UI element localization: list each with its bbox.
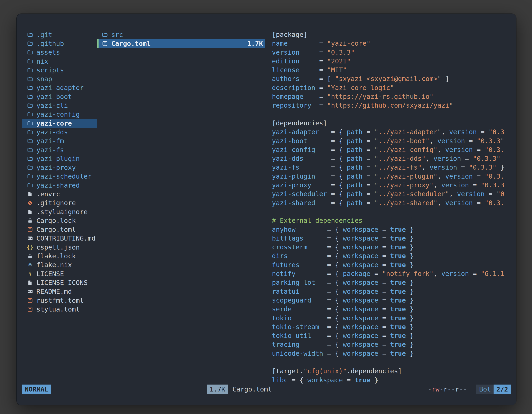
folder-icon bbox=[27, 182, 34, 189]
folder-item-yazi-cli[interactable]: yazi-cli bbox=[22, 101, 97, 110]
file-item-rustfmt.toml[interactable]: rustfmt.toml bbox=[22, 296, 97, 305]
preview-line: parking_lot = { workspace = true } bbox=[272, 278, 515, 287]
toml-icon bbox=[27, 297, 34, 304]
folder-icon bbox=[27, 93, 34, 100]
file-item-stylua.toml[interactable]: stylua.toml bbox=[22, 305, 97, 314]
file-item-Cargo.toml[interactable]: Cargo.toml1.7K bbox=[97, 39, 265, 48]
file-icon bbox=[27, 208, 34, 215]
file-item-LICENSE-ICONS[interactable]: LICENSE-ICONS bbox=[22, 278, 97, 287]
file-item-README.md[interactable]: README.md bbox=[22, 287, 97, 296]
preview-line: dirs = { workspace = true } bbox=[272, 251, 515, 260]
folder-item-yazi-config[interactable]: yazi-config bbox=[22, 110, 97, 119]
yazi-terminal-window: .git.githubassetsnixscriptssnapyazi-adap… bbox=[16, 13, 516, 405]
folder-icon bbox=[27, 102, 34, 109]
folder-item-yazi-fs[interactable]: yazi-fs bbox=[22, 145, 97, 154]
folder-item-yazi-adapter[interactable]: yazi-adapter bbox=[22, 83, 97, 92]
folder-item-yazi-core[interactable]: yazi-core bbox=[22, 119, 97, 128]
entry-name: yazi-config bbox=[36, 110, 80, 118]
folder-item-yazi-scheduler[interactable]: yazi-scheduler bbox=[22, 172, 97, 181]
nix-icon: ❄ bbox=[27, 261, 34, 268]
entry-name: .envrc bbox=[36, 190, 60, 198]
entry-name: README.md bbox=[36, 288, 72, 295]
git-folder-icon bbox=[27, 31, 34, 38]
preview-line: yazi-boot = { path = "../yazi-boot", ver… bbox=[272, 137, 515, 145]
entry-name: snap bbox=[36, 75, 52, 83]
entry-name: yazi-cli bbox=[36, 102, 68, 109]
preview-line: libc = { workspace = true } bbox=[272, 376, 515, 385]
entry-size: 1.7K bbox=[247, 40, 263, 48]
folder-item-.git[interactable]: .git bbox=[22, 30, 97, 39]
file-item-.gitignore[interactable]: .gitignore bbox=[22, 199, 97, 207]
preview-line: yazi-config = { path = "../yazi-config",… bbox=[272, 145, 515, 154]
folder-item-assets[interactable]: assets bbox=[22, 48, 97, 57]
folder-item-snap[interactable]: snap bbox=[22, 75, 97, 83]
status-bar: NORMAL 1.7K Cargo.toml -rw-r--r-- Bot 2/… bbox=[22, 385, 511, 394]
entry-name: cspell.json bbox=[36, 243, 80, 251]
file-permissions: -rw-r--r-- bbox=[428, 385, 467, 394]
lock-icon bbox=[27, 217, 34, 224]
file-item-LICENSE[interactable]: LICENSE bbox=[22, 270, 97, 278]
file-item-.envrc[interactable]: .envrc bbox=[22, 190, 97, 198]
preview-line: authors = [ "sxyazi <sxyazi@gmail.com>" … bbox=[272, 75, 515, 83]
preview-line: ratatui = { workspace = true } bbox=[272, 287, 515, 296]
preview-line: yazi-proxy = { path = "../yazi-proxy", v… bbox=[272, 181, 515, 190]
markdown-icon bbox=[27, 235, 34, 242]
entry-name: .github bbox=[36, 40, 64, 48]
folder-item-yazi-dds[interactable]: yazi-dds bbox=[22, 128, 97, 136]
folder-item-scripts[interactable]: scripts bbox=[22, 66, 97, 75]
file-item-flake.nix[interactable]: ❄flake.nix bbox=[22, 260, 97, 270]
entry-name: src bbox=[111, 31, 123, 39]
file-item-Cargo.toml[interactable]: Cargo.toml bbox=[22, 225, 97, 234]
folder-icon bbox=[27, 137, 34, 144]
entry-name: rustfmt.toml bbox=[36, 297, 84, 304]
folder-item-yazi-boot[interactable]: yazi-boot bbox=[22, 92, 97, 101]
preview-line: yazi-dds = { path = "../yazi-dds", versi… bbox=[272, 154, 515, 163]
file-item-Cargo.lock[interactable]: Cargo.lock bbox=[22, 216, 97, 225]
folder-item-yazi-proxy[interactable]: yazi-proxy bbox=[22, 163, 97, 172]
file-size-badge: 1.7K bbox=[207, 385, 228, 394]
entry-name: .styluaignore bbox=[36, 208, 87, 216]
folder-icon bbox=[27, 120, 34, 127]
preview-line: tokio-util = { workspace = true } bbox=[272, 331, 515, 340]
file-icon bbox=[27, 279, 34, 286]
preview-line: [package] bbox=[272, 30, 515, 39]
folder-icon bbox=[27, 40, 34, 47]
file-preview-panel[interactable]: [package]name = "yazi-core"version = "0.… bbox=[272, 30, 515, 386]
folder-item-.github[interactable]: .github bbox=[22, 39, 97, 48]
lock-icon bbox=[27, 253, 34, 260]
folder-item-yazi-fm[interactable]: yazi-fm bbox=[22, 137, 97, 145]
desktop: { "colors": { "desktop": "#3b3b3b", "bg"… bbox=[0, 0, 532, 414]
entry-name: yazi-proxy bbox=[36, 164, 76, 171]
folder-icon bbox=[27, 49, 34, 56]
preview-line: yazi-fs = { path = "../yazi-fs", version… bbox=[272, 163, 515, 172]
preview-line bbox=[272, 358, 515, 367]
preview-line: # External dependencies bbox=[272, 216, 515, 225]
folder-item-src[interactable]: src bbox=[97, 30, 265, 39]
preview-line: yazi-plugin = { path = "../yazi-plugin",… bbox=[272, 172, 515, 181]
current-directory-panel: srcCargo.toml1.7K bbox=[97, 30, 265, 48]
entry-name: yazi-adapter bbox=[36, 84, 84, 92]
cursor-position-badge: 2/2 bbox=[494, 385, 511, 394]
file-item-.styluaignore[interactable]: .styluaignore bbox=[22, 207, 97, 216]
entry-name: yazi-plugin bbox=[36, 155, 80, 163]
entry-name: flake.lock bbox=[36, 252, 76, 260]
entry-name: yazi-shared bbox=[36, 182, 80, 189]
preview-line: [target."cfg(unix)".dependencies] bbox=[272, 367, 515, 375]
preview-line: yazi-shared = { path = "../yazi-shared",… bbox=[272, 199, 515, 207]
mode-badge: NORMAL bbox=[22, 385, 51, 394]
toml-icon bbox=[27, 306, 34, 313]
preview-line: license = "MIT" bbox=[272, 66, 515, 75]
folder-item-yazi-plugin[interactable]: yazi-plugin bbox=[22, 154, 97, 163]
folder-icon bbox=[27, 76, 34, 82]
preview-line: unicode-width = { workspace = true } bbox=[272, 349, 515, 358]
folder-item-nix[interactable]: nix bbox=[22, 57, 97, 66]
file-item-CONTRIBUTING.md[interactable]: CONTRIBUTING.md bbox=[22, 234, 97, 243]
folder-item-yazi-shared[interactable]: yazi-shared bbox=[22, 181, 97, 190]
folder-icon bbox=[27, 129, 34, 136]
entry-name: LICENSE-ICONS bbox=[36, 279, 87, 287]
file-item-flake.lock[interactable]: flake.lock bbox=[22, 251, 97, 260]
entry-name: yazi-fs bbox=[36, 146, 64, 154]
preview-line: crossterm = { workspace = true } bbox=[272, 243, 515, 251]
file-item-cspell.json[interactable]: {}cspell.json bbox=[22, 243, 97, 251]
entry-name: Cargo.lock bbox=[36, 217, 76, 225]
